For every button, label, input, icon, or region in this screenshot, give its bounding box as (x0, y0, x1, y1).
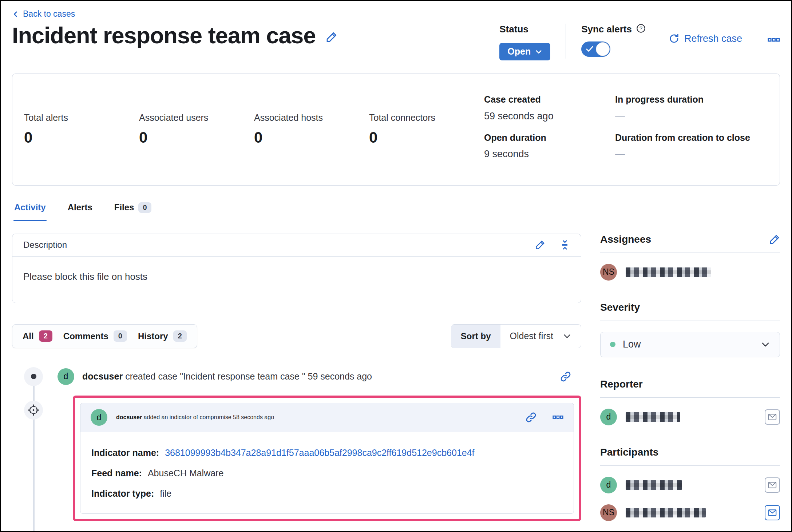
refresh-case-button[interactable]: Refresh case (669, 33, 742, 44)
refresh-case-label: Refresh case (684, 33, 742, 44)
link-icon (560, 371, 571, 382)
redacted-user-name (626, 267, 711, 277)
chevron-down-icon (535, 48, 542, 55)
page-title: Incident response team case (12, 23, 316, 48)
envelope-icon (768, 481, 777, 489)
avatar: NS (600, 504, 617, 521)
description-title: Description (23, 240, 67, 250)
edit-title-button[interactable] (326, 31, 337, 44)
chevron-down-icon (563, 332, 571, 341)
email-participant-button[interactable] (765, 477, 780, 493)
avatar: d (600, 409, 617, 425)
timeline-comment-item: d docsuser added an indicator of comprom… (12, 386, 581, 521)
filter-all[interactable]: All 2 (23, 330, 52, 342)
case-detail-page: Back to cases Incident response team cas… (0, 0, 792, 532)
chevron-down-icon (761, 340, 770, 349)
severity-title: Severity (600, 302, 640, 313)
highlighted-comment: d docsuser added an indicator of comprom… (73, 396, 581, 521)
severity-low-dot (610, 342, 615, 347)
metric-total-alerts: Total alerts 0 (24, 112, 139, 146)
history-count-badge: 2 (173, 330, 187, 342)
tab-alerts[interactable]: Alerts (67, 200, 93, 221)
email-participant-button[interactable] (765, 505, 780, 520)
description-panel: Description Please block this file on ho… (12, 234, 581, 303)
pencil-icon (769, 234, 780, 245)
severity-section: Severity Low (600, 302, 780, 357)
avatar: d (91, 409, 107, 426)
created-event-text: docsuser created case "Incident response… (82, 371, 372, 382)
envelope-icon (768, 508, 777, 517)
case-tabs: Activity Alerts Files 0 (12, 200, 780, 221)
divider (600, 397, 780, 398)
boxes-horizontal-icon (768, 34, 780, 46)
header-divider (566, 24, 566, 59)
reporter-row: d (600, 409, 780, 425)
participant-row: d (600, 477, 780, 493)
email-reporter-button[interactable] (765, 409, 780, 425)
all-count-badge: 2 (39, 330, 52, 342)
duration-to-close-label: Duration from creation to close (615, 132, 768, 143)
back-to-cases-link[interactable]: Back to cases (12, 9, 75, 19)
actions-menu-button[interactable] (768, 34, 780, 48)
files-count-badge: 0 (138, 202, 151, 213)
in-progress-duration-value: — (615, 111, 768, 122)
tab-files[interactable]: Files 0 (114, 200, 152, 221)
metric-total-connectors: Total connectors 0 (369, 112, 484, 146)
assignees-section: Assignees NS (600, 234, 780, 281)
avatar: d (58, 368, 74, 385)
indicator-name-row: Indicator name: 3681099993b4b347a28a91d1… (91, 448, 563, 458)
participants-section: Participants d NS (600, 446, 780, 521)
comment-actions-button[interactable] (553, 412, 563, 423)
avatar: NS (600, 264, 617, 281)
sort-by-label: Sort by (451, 325, 500, 348)
sort-select[interactable]: Sort by Oldest first (451, 324, 581, 348)
pencil-icon (535, 240, 545, 250)
duration-to-close-value: — (615, 148, 768, 160)
severity-select[interactable]: Low (600, 332, 780, 357)
comments-count-badge: 0 (114, 330, 127, 342)
comment-header: d docsuser added an indicator of comprom… (80, 403, 574, 432)
back-link-label: Back to cases (23, 9, 75, 19)
sync-alerts-label: Sync alerts (581, 24, 632, 35)
chevron-left-icon (12, 11, 19, 18)
pencil-icon (326, 31, 337, 43)
assignees-title: Assignees (600, 234, 651, 245)
refresh-icon (669, 33, 679, 44)
edit-assignees-button[interactable] (769, 234, 780, 245)
reporter-title: Reporter (600, 378, 643, 390)
help-icon[interactable]: ? (636, 24, 646, 35)
tab-activity[interactable]: Activity (13, 200, 47, 221)
envelope-icon (768, 413, 777, 421)
fold-icon (560, 240, 570, 250)
case-created-label: Case created (484, 94, 593, 105)
collapse-description-button[interactable] (560, 240, 570, 250)
status-dropdown-button[interactable]: Open (499, 43, 550, 60)
edit-description-button[interactable] (535, 240, 545, 250)
open-duration-label: Open duration (484, 132, 593, 143)
metric-associated-users: Associated users 0 (139, 112, 254, 146)
case-stats-panel: Total alerts 0 Associated users 0 Associ… (12, 74, 780, 186)
copy-link-button[interactable] (526, 412, 536, 423)
comment-event-text: docsuser added an indicator of compromis… (116, 414, 274, 421)
reporter-section: Reporter d (600, 378, 780, 425)
sync-alerts-toggle[interactable] (581, 41, 610, 57)
divider (600, 465, 780, 466)
indicator-details: Indicator name: 3681099993b4b347a28a91d1… (80, 432, 574, 513)
check-icon (586, 45, 594, 53)
filter-history[interactable]: History 2 (138, 330, 187, 342)
participant-row: NS (600, 504, 780, 521)
description-text: Please block this file on hosts (12, 257, 581, 303)
indicator-type-row: Indicator type: file (91, 488, 563, 499)
sort-value: Oldest first (510, 331, 553, 341)
redacted-user-name (626, 412, 680, 422)
timeline-created-event: d docsuser created case "Incident respon… (12, 367, 581, 386)
status-label: Status (499, 24, 550, 35)
severity-value: Low (623, 339, 641, 350)
redacted-user-name (626, 480, 682, 490)
filter-comments[interactable]: Comments 0 (63, 330, 127, 342)
copy-link-button[interactable] (560, 371, 571, 382)
indicator-name-link[interactable]: 3681099993b4b347a28a91d1f57aaa06b5af2998… (165, 448, 474, 458)
in-progress-duration-label: In progress duration (615, 94, 768, 105)
timeline-dot-marker (24, 367, 43, 386)
case-sidebar: Assignees NS Severity Low (600, 234, 780, 532)
